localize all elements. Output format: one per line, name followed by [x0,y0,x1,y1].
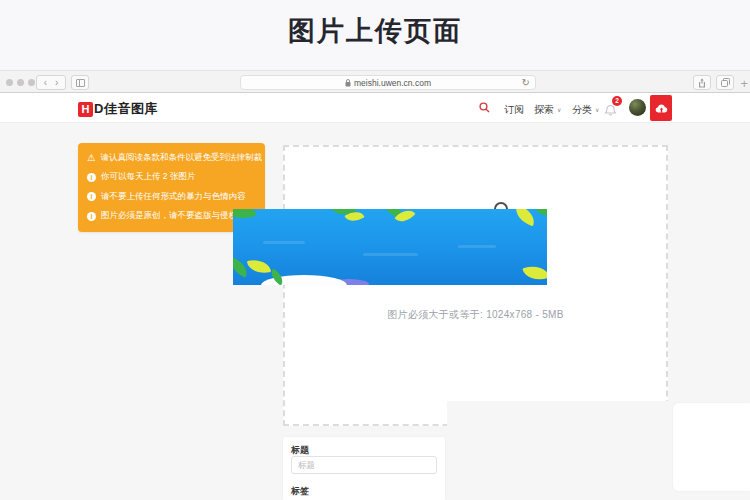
page-content: ⚠ 请认真阅读条款和条件以避免受到法律制裁 i 你可以每天上传 2 张图片 i … [0,123,750,500]
window-controls[interactable] [6,79,35,86]
notice-text: 图片必须是原创，请不要盗版与侵权 [101,210,237,222]
cloud-streak [458,245,496,248]
upload-dropzone[interactable] [283,145,668,426]
traffic-light-dot[interactable] [28,79,35,86]
title-input[interactable] [291,456,437,474]
chevron-down-icon: ∨ [557,107,561,113]
screenshot-stage: 图片上传页面 ‹ › meishi.uwen.cn.com ↻ [0,0,750,500]
cloud-streak [363,253,418,256]
logo-badge: H [78,102,93,117]
forward-icon[interactable]: › [55,78,58,88]
notice-item: ⚠ 请认真阅读条款和条件以避免受到法律制裁 [87,148,256,168]
notification-badge: 2 [612,96,622,106]
notice-text: 请认真阅读条款和条件以避免受到法律制裁 [101,152,263,164]
warning-icon: ⚠ [87,153,96,163]
side-panel [673,403,750,491]
leaf-decoration [536,209,547,217]
back-icon[interactable]: ‹ [44,78,47,88]
cloud-upload-icon [655,103,668,114]
bell-icon [604,104,617,117]
notice-item: i 你可以每天上传 2 张图片 [87,168,256,188]
leaf-decoration [247,257,271,276]
info-icon: i [87,192,96,201]
traffic-light-dot[interactable] [17,79,24,86]
notifications-button[interactable]: 2 [604,98,622,118]
cloud-streak [263,241,305,244]
nav-item-explore[interactable]: 探索∨ [534,103,561,117]
info-icon: i [87,173,96,182]
new-tab-button[interactable]: + [740,76,748,91]
page-title: 图片上传页面 [0,13,750,49]
image-preview[interactable] [233,209,547,285]
tags-label: 标签 [291,485,309,498]
notice-text: 请不要上传任何形式的暴力与色情内容 [101,191,246,203]
history-nav-buttons[interactable]: ‹ › [36,75,66,90]
nav-label: 订阅 [504,104,524,115]
nav-label: 探索 [534,104,554,115]
site-logo[interactable]: H D佳音图库 [78,100,158,118]
background-patch [447,401,668,428]
form-card: 标题 标签 [283,437,445,500]
info-icon: i [87,212,96,221]
nav-item-categories[interactable]: 分类∨ [572,103,599,117]
user-avatar[interactable] [629,99,646,116]
chevron-down-icon: ∨ [595,107,599,113]
notice-item: i 图片必须是原创，请不要盗版与侵权 [87,207,256,227]
sidebar-toggle-button[interactable] [71,75,89,90]
search-icon [479,102,490,113]
logo-text: D佳音图库 [94,100,158,118]
notice-text: 你可以每天上传 2 张图片 [101,171,195,183]
upload-button[interactable] [650,95,672,121]
site-header: H D佳音图库 订阅 探索∨ 分类∨ 2 [0,93,750,123]
size-requirement-hint: 图片必须大于或等于: 1024x768 - 5MB [283,308,668,322]
nav-item-subscribe[interactable]: 订阅 [504,103,524,117]
traffic-light-dot[interactable] [6,79,13,86]
leaf-decoration [233,209,257,224]
nav-label: 分类 [572,104,592,115]
tabs-overview-button[interactable] [716,75,734,90]
sidebar-icon [76,79,85,87]
tabs-icon [721,78,730,87]
url-text: meishi.uwen.cn.com [354,78,431,88]
browser-toolbar: ‹ › meishi.uwen.cn.com ↻ [0,70,750,93]
notice-item: i 请不要上传任何形式的暴力与色情内容 [87,187,256,207]
address-bar[interactable]: meishi.uwen.cn.com ↻ [240,75,536,90]
leaf-decoration [512,209,538,226]
search-button[interactable] [479,102,490,113]
share-button[interactable] [693,75,711,90]
share-icon [698,78,706,88]
leaf-decoration [522,262,547,284]
lock-icon [345,79,351,87]
refresh-icon[interactable]: ↻ [522,77,530,88]
